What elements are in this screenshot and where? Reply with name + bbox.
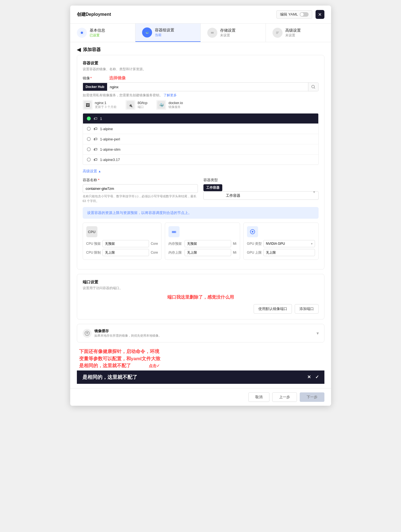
cancel-button[interactable]: 取消: [248, 392, 269, 402]
image-cache-desc: 如果本地存在所需的镜像，则优先使用本地镜像。: [94, 334, 319, 338]
gpu-limit-input[interactable]: [263, 249, 315, 256]
step-container[interactable]: 🐳 容器组设置 当前: [135, 24, 201, 42]
step-container-texts: 容器组设置 当前: [155, 28, 174, 37]
tag-name-1: 1: [100, 117, 102, 121]
modal-body: ◀ 添加容器 容器设置 设置容器的镜像、名称、类型和计算资源。 镜像 * 选择镜…: [70, 42, 331, 388]
back-arrow-icon[interactable]: ◀: [77, 47, 81, 53]
service-icon: 🐳: [156, 100, 166, 110]
cpu-limit-label: CPU 限制: [86, 250, 101, 255]
modal-header: 创建Deployment 编辑 YAML ✕: [70, 6, 331, 24]
svg-rect-5: [211, 32, 214, 34]
tag-item-alpine317[interactable]: 🏷 1-alpine3.17: [83, 155, 318, 165]
cpu-reserve-unit: Core: [151, 242, 158, 246]
annotation-dark-overlay: 是相同的，这里就不配了 ✕ ✓: [77, 370, 324, 384]
container-type-col: 容器类型 工作容器 工作容器 初始化容器 辅助容器 ▼: [203, 178, 319, 203]
step-basic[interactable]: 基本信息 已设置: [70, 24, 135, 42]
port-item: 🔌 80/tcp 端口: [125, 100, 147, 110]
cpu-reserve-input[interactable]: [102, 240, 149, 247]
gpu-type-select[interactable]: NVIDIA GPU AMD GPU: [263, 240, 315, 247]
image-info-texts-port: 80/tcp 端口: [138, 101, 147, 109]
tag-name-alpine317: 1-alpine3.17: [100, 158, 120, 162]
cpu-reserve-label: CPU 预留: [86, 241, 101, 246]
yaml-toggle[interactable]: [300, 12, 309, 17]
container-settings-section: 容器设置 设置容器的镜像、名称、类型和计算资源。 镜像 * 选择镜像 Docke…: [70, 55, 331, 388]
mem-limit-input[interactable]: [185, 249, 231, 256]
step-container-status: 当前: [155, 33, 174, 37]
edit-yaml-button[interactable]: 编辑 YAML: [276, 10, 312, 19]
name-required: *: [98, 178, 99, 182]
cpu-limit-input[interactable]: [102, 249, 149, 256]
svg-point-23: [252, 231, 253, 233]
step-advanced-status: 未设置: [285, 33, 301, 38]
resource-grid: CPU CPU 预留 Core CPU 限制: [83, 223, 319, 260]
tag-radio-alpine: [87, 127, 91, 131]
modal-title: 创建Deployment: [77, 12, 111, 17]
tag-icon-alpine317: 🏷: [94, 157, 97, 162]
mem-reserve-unit: Mi: [233, 242, 236, 246]
mem-limit-row: 内存上限 Mi: [168, 249, 236, 256]
image-cache-card: 镜像缓存 如果本地存在所需的镜像，则优先使用本地镜像。 ▼: [77, 324, 324, 342]
gpu-type-label: GPU 类型: [247, 241, 262, 246]
image-cache-icon: [83, 329, 92, 338]
container-type-select-wrap: 工作容器 工作容器 初始化容器 辅助容器 ▼: [203, 184, 319, 200]
steps-bar: 基本信息 已设置 🐳 容器组设置 当前 存储设置 未设置: [70, 24, 331, 42]
step-advanced-icon: [273, 28, 283, 38]
annotation-overlay-text: 下面还有像健康探针，启动命令，环境 变量等参数可以配置，和yaml文件大致 是相…: [77, 347, 324, 370]
mem-rows: 内存预留 Mi 内存上限 Mi: [168, 240, 236, 256]
image-search-button[interactable]: [308, 83, 318, 91]
gpu-icon: [247, 226, 258, 237]
card-desc: 设置容器的镜像、名称、类型和计算资源。: [83, 67, 319, 72]
container-name-hint: 名称只能包含小写字母、数字和连字符 (-)，必须以小写字母或数字开头和结尾，最长…: [83, 194, 198, 203]
image-cache-texts: 镜像缓存 如果本地存在所需的镜像，则优先使用本地镜像。: [94, 329, 319, 338]
close-button[interactable]: ✕: [316, 10, 324, 19]
tag-item-alpine-perl[interactable]: 🏷 1-alpine-perl: [83, 134, 318, 144]
tag-item-alpine-slim[interactable]: 🏷 1-alpine-slim: [83, 144, 318, 155]
tag-item-alpine[interactable]: 🏷 1-alpine: [83, 124, 318, 134]
overlay-confirm-icon[interactable]: ✓: [315, 374, 319, 380]
edit-yaml-label: 编辑 YAML: [280, 12, 298, 17]
step-storage-name: 存储设置: [220, 28, 236, 33]
advanced-toggle-btn[interactable]: 高级设置 ▲: [83, 169, 319, 174]
next-button[interactable]: 下一步: [300, 392, 324, 402]
port-value: 80/tcp: [138, 101, 147, 105]
port-settings-card: 端口设置 设置用于访问容器的端口。 端口我这里删除了，感觉没什么用 使用默认镜像…: [77, 274, 324, 319]
tag-list-wrap: 🏷 1 🏷 1-alpine 🏷 1-alpine-perl: [83, 113, 319, 165]
chevron-up-icon: ▲: [98, 170, 101, 173]
advanced-toggle-label: 高级设置: [83, 169, 97, 174]
mem-reserve-input[interactable]: [185, 240, 231, 247]
svg-text:🖼: 🖼: [86, 103, 90, 107]
prev-button[interactable]: 上一步: [272, 392, 297, 402]
overlay-close-icon[interactable]: ✕: [307, 374, 311, 380]
add-container-title: 添加容器: [83, 47, 101, 53]
container-name-input[interactable]: [83, 184, 198, 193]
container-name-col: 容器名称 * 名称只能包含小写字母、数字和连字符 (-)，必须以小写字母或数字开…: [83, 178, 198, 203]
cpu-rows: CPU 预留 Core CPU 限制 Core: [86, 240, 158, 256]
tag-name-alpine-slim: 1-alpine-slim: [100, 147, 121, 152]
tag-item-1[interactable]: 🏷 1: [83, 114, 318, 124]
tag-list: 🏷 1 🏷 1-alpine 🏷 1-alpine-perl: [83, 113, 319, 165]
cpu-icon: CPU: [86, 226, 97, 237]
tag-icon-1: 🏷: [94, 116, 97, 121]
image-input[interactable]: [107, 83, 308, 91]
container-type-select[interactable]: 工作容器 初始化容器 辅助容器: [203, 191, 319, 200]
toggle-knob: [300, 13, 304, 16]
step-advanced[interactable]: 高级设置 未设置: [266, 24, 331, 42]
image-info-row: 🖼 nginx:1 更新于 3 个月前 🔌 80/tcp: [83, 100, 319, 110]
cpu-box-header: CPU: [86, 226, 158, 237]
mem-reserve-row: 内存预留 Mi: [168, 240, 236, 247]
step-basic-name: 基本信息: [90, 28, 105, 33]
image-hint-link[interactable]: 了解更多: [163, 93, 177, 97]
tag-radio-alpine-perl: [87, 137, 91, 141]
add-port-button[interactable]: 添加端口: [295, 304, 319, 314]
port-desc: 设置用于访问容器的端口。: [83, 286, 319, 291]
image-input-wrap: Docker Hub: [83, 82, 319, 91]
default-port-button[interactable]: 使用默认镜像端口: [254, 304, 292, 314]
step-storage-texts: 存储设置 未设置: [220, 28, 236, 38]
cpu-resource-box: CPU CPU 预留 Core CPU 限制: [83, 223, 162, 260]
docker-hub-badge: Docker Hub: [83, 83, 107, 91]
gpu-limit-row: GPU 上限: [247, 249, 315, 256]
service-value: docker.io: [168, 101, 183, 105]
image-cache-expand-icon[interactable]: ▼: [316, 331, 320, 336]
step-storage[interactable]: 存储设置 未设置: [201, 24, 266, 42]
section-back: ◀ 添加容器: [70, 42, 331, 55]
